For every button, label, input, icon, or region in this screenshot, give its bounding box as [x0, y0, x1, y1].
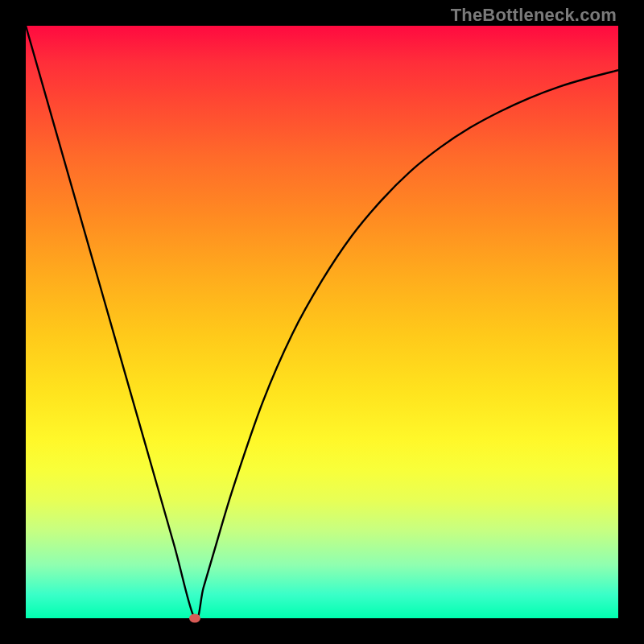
minimum-marker-icon	[189, 614, 200, 623]
bottleneck-curve-path	[26, 26, 618, 618]
chart-frame: TheBottleneck.com	[0, 0, 644, 644]
watermark-text: TheBottleneck.com	[451, 5, 617, 26]
bottleneck-curve	[26, 26, 618, 618]
chart-plot-area	[26, 26, 618, 618]
